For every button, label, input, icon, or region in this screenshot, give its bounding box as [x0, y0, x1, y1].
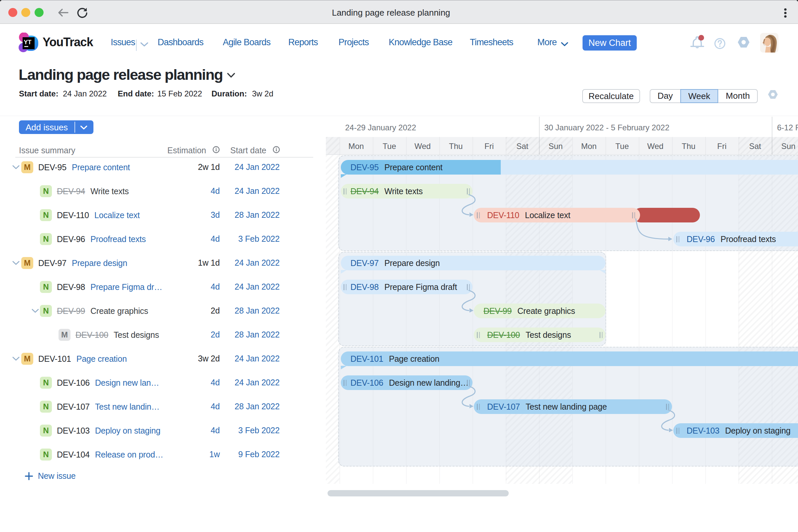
- svg-text:YT: YT: [24, 39, 32, 45]
